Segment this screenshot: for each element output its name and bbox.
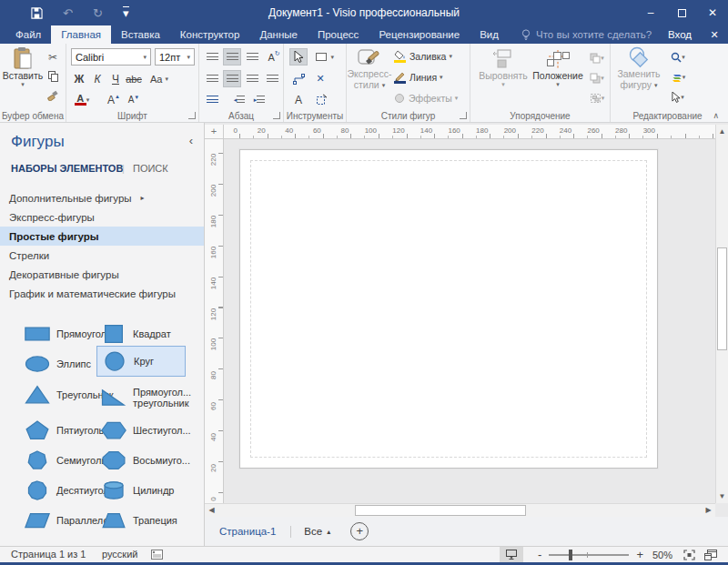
add-page-button[interactable]: + [350,522,369,540]
tab-stencils[interactable]: НАБОРЫ ЭЛЕМЕНТОВ [11,163,123,174]
shape-item-decagon[interactable]: Десятиугол... [20,475,96,505]
tab-review[interactable]: Рецензирование [369,25,470,44]
category-more-shapes[interactable]: Дополнительные фигуры ▸ [0,188,204,207]
horizontal-scrollbar[interactable]: ◀ ▶ [205,503,715,517]
tab-insert[interactable]: Вставка [111,25,170,44]
drawing-surface[interactable] [224,139,715,503]
position-button[interactable]: Положение ▾ [532,48,583,87]
category-basic-shapes[interactable]: Простые фигуры [0,227,204,246]
zoom-in-button[interactable]: + [636,548,643,561]
change-case-button[interactable]: Aa ▾ [147,70,172,87]
tab-file[interactable]: Файл [5,25,51,44]
shape-item-hexagon[interactable]: Шестиугол... [96,415,186,445]
vertical-scrollbar[interactable]: ▲ ▼ [715,125,728,503]
justify-icon[interactable] [263,70,281,87]
bold-button[interactable]: Ж [70,70,88,87]
quick-styles-button[interactable]: Экспресс- стили▾ [349,46,390,90]
shape-item-right-triangle[interactable]: Прямоугол... треугольник [96,379,186,415]
align-top-icon[interactable] [203,48,221,66]
font-size-select[interactable]: 12пт▾ [155,48,195,66]
align-right-icon[interactable] [243,70,261,87]
text-tool-icon[interactable]: A [289,91,308,108]
tab-view[interactable]: Вид [470,25,509,44]
rectangle-tool-icon[interactable]: ▾ [311,48,339,66]
connector-tool-icon[interactable] [289,70,308,87]
macro-record-icon[interactable] [151,550,163,560]
shape-item-parallelogram[interactable]: Параллело... [20,505,96,535]
shape-item-heptagon[interactable]: Семиуголь... [20,445,96,475]
presentation-mode-icon[interactable] [500,547,523,562]
font-name-select[interactable]: Calibri▾ [71,48,151,66]
collapse-panel-icon[interactable]: ‹ [189,134,193,147]
line-button[interactable]: Линия▾ [394,68,458,86]
select-icon[interactable]: ▾ [665,88,691,106]
shape-item-pentagon[interactable]: Пятиуголь... [20,415,96,445]
sign-in-button[interactable]: Вход [668,25,692,44]
tab-search[interactable]: ПОИСК [133,163,168,174]
strikethrough-button[interactable]: abc [125,70,143,87]
layers-icon[interactable]: ▾ [665,68,691,86]
align-bottom-icon[interactable] [243,48,261,66]
fill-button[interactable]: Заливка▾ [394,47,463,65]
underline-button[interactable]: Ч [106,70,125,87]
tab-home[interactable]: Главная [51,25,111,44]
page-canvas[interactable] [239,149,658,469]
italic-button[interactable]: К [88,70,106,87]
close-document-icon[interactable]: ✕ [701,25,728,44]
pointer-tool-icon[interactable] [289,48,308,66]
format-painter-icon[interactable] [44,86,62,104]
scroll-left-icon[interactable]: ◀ [206,504,217,516]
zoom-slider-thumb[interactable] [569,550,572,560]
shape-item-cylinder[interactable]: Цилиндр [96,475,186,505]
shape-item-ellipse[interactable]: Эллипс [20,348,96,378]
all-pages-arrow-icon[interactable]: ▴ [327,528,330,536]
increase-indent-icon[interactable]: ▸ [250,91,268,108]
page-info[interactable]: Страница 1 из 1 [11,547,86,562]
tab-design[interactable]: Конструктор [170,25,250,44]
close-button[interactable]: ✕ [697,0,728,25]
horizontal-scroll-thumb[interactable] [355,505,526,516]
zoom-out-button[interactable]: - [538,548,541,561]
tab-process[interactable]: Процесс [308,25,369,44]
minimize-button[interactable]: – [635,0,666,25]
fit-page-to-window-icon[interactable] [683,550,695,560]
connection-point-tool-icon[interactable]: ✕ [311,70,329,87]
language-indicator[interactable]: русский [102,547,137,562]
decrease-indent-icon[interactable]: ◂ [230,91,248,108]
group-shapes-icon[interactable]: ▾ [585,89,609,106]
align-button[interactable]: Выровнять ▾ [478,48,529,87]
all-pages-button[interactable]: Все [304,526,322,537]
scroll-right-icon[interactable]: ▶ [703,504,714,516]
vertical-scroll-thumb[interactable] [717,247,727,350]
paragraph-dialog-launcher-icon[interactable] [273,112,280,119]
shape-item-octagon[interactable]: Восьмиуго... [96,445,186,475]
collapse-ribbon-icon[interactable]: ∧ [713,111,719,120]
tab-data[interactable]: Данные [249,25,308,44]
paste-button[interactable]: Вставить ▾ [3,46,43,87]
change-shape-button[interactable]: Заменить фигуру▾ [616,46,662,90]
category-decorative[interactable]: Декоративные фигуры [0,265,204,284]
align-middle-icon[interactable] [223,48,241,66]
font-color-button[interactable]: А ▾ [70,91,94,108]
grow-font-button[interactable]: А▲ [105,91,123,108]
bring-to-front-icon[interactable]: ▾ [585,49,609,66]
category-quick-shapes[interactable]: Экспресс-фигуры [0,207,204,227]
align-left-icon[interactable] [203,70,221,87]
shrink-font-button[interactable]: А▼ [125,91,143,108]
switch-windows-icon[interactable] [704,550,717,560]
scroll-down-icon[interactable]: ▼ [716,490,728,502]
effects-button[interactable]: Эффекты▾ [394,89,461,106]
shape-item-triangle[interactable]: Треугольник [20,379,96,409]
send-to-back-icon[interactable]: ▾ [585,69,609,86]
align-center-icon[interactable] [223,70,241,87]
maximize-button[interactable] [666,0,697,25]
shape-item-trapezoid[interactable]: Трапеция [96,505,186,535]
shape-styles-dialog-launcher-icon[interactable] [460,112,467,119]
scroll-up-icon[interactable]: ▲ [716,126,728,137]
shape-item-square[interactable]: Квадрат [96,318,186,348]
page-tab[interactable]: Страница-1 [219,526,276,537]
text-direction-icon[interactable]: A↻ [265,48,283,66]
find-icon[interactable]: ▾ [665,48,691,66]
tell-me-box[interactable]: Что вы хотите сделать? [521,25,652,44]
bullets-icon[interactable] [203,91,221,108]
